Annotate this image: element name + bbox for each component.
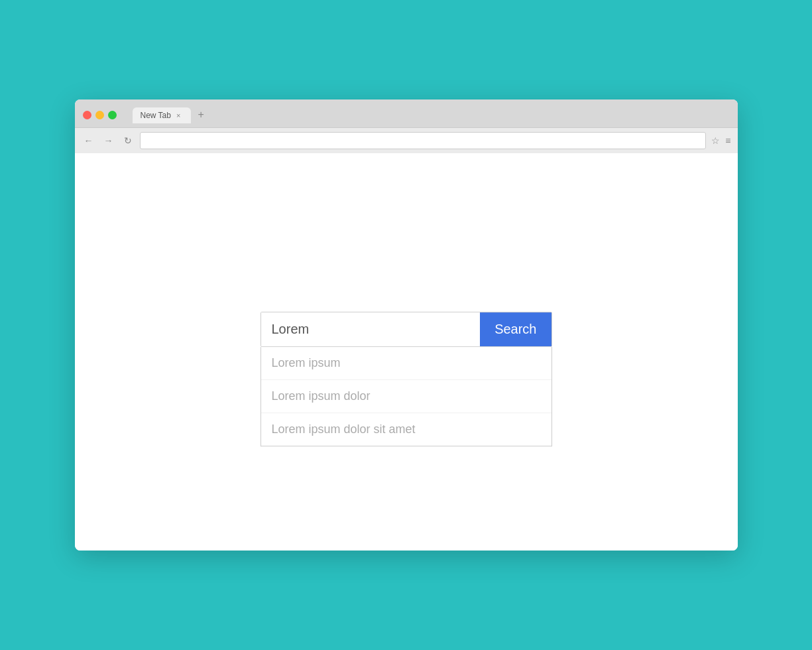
- tab-bar: New Tab × +: [133, 106, 209, 123]
- browser-toolbar: ← → ↻ ☆ ≡: [75, 127, 738, 153]
- menu-icon[interactable]: ≡: [725, 135, 730, 146]
- browser-titlebar: New Tab × + ← → ↻ ☆ ≡: [75, 99, 738, 153]
- close-button[interactable]: [83, 111, 91, 119]
- autocomplete-item[interactable]: Lorem ipsum: [261, 347, 551, 380]
- autocomplete-dropdown: Lorem ipsum Lorem ipsum dolor Lorem ipsu…: [261, 347, 552, 446]
- search-button[interactable]: Search: [480, 312, 551, 346]
- search-bar: Search: [261, 312, 552, 347]
- back-button[interactable]: ←: [82, 134, 96, 147]
- bookmark-icon[interactable]: ☆: [711, 135, 720, 146]
- refresh-icon: ↻: [124, 135, 132, 146]
- autocomplete-item[interactable]: Lorem ipsum dolor: [261, 380, 551, 413]
- toolbar-right: ☆ ≡: [711, 135, 730, 146]
- tab-label: New Tab: [141, 111, 171, 120]
- browser-window: New Tab × + ← → ↻ ☆ ≡: [75, 99, 738, 551]
- tab-close-icon[interactable]: ×: [176, 111, 180, 119]
- active-tab[interactable]: New Tab ×: [133, 107, 192, 123]
- back-icon: ←: [84, 135, 93, 146]
- minimize-button[interactable]: [95, 111, 104, 119]
- forward-icon: →: [104, 135, 113, 146]
- window-controls: [83, 111, 117, 119]
- browser-content: Search Lorem ipsum Lorem ipsum dolor Lor…: [75, 153, 738, 551]
- maximize-button[interactable]: [108, 111, 117, 119]
- autocomplete-item[interactable]: Lorem ipsum dolor sit amet: [261, 413, 551, 446]
- search-container: Search Lorem ipsum Lorem ipsum dolor Lor…: [261, 312, 552, 446]
- new-tab-button[interactable]: +: [192, 106, 209, 123]
- forward-button[interactable]: →: [101, 134, 116, 147]
- titlebar-top: New Tab × +: [75, 99, 738, 127]
- search-input[interactable]: [261, 312, 481, 346]
- refresh-button[interactable]: ↻: [121, 134, 135, 147]
- address-bar[interactable]: [140, 132, 707, 149]
